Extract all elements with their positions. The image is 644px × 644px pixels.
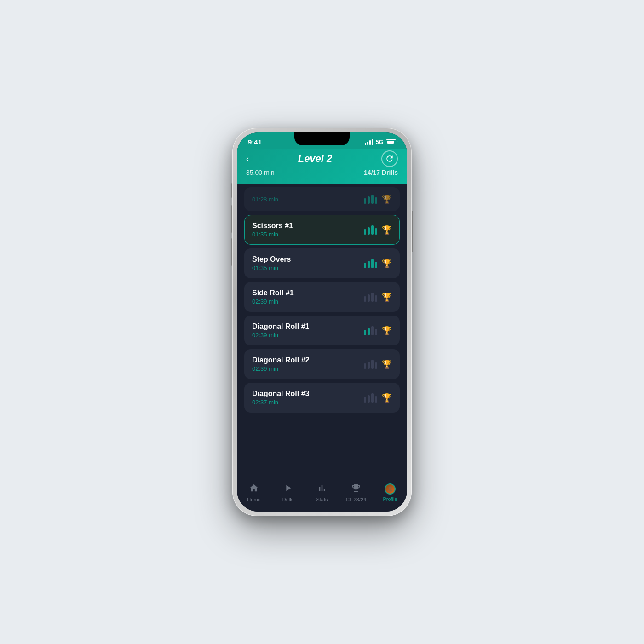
progress-indicator xyxy=(364,360,377,369)
trophy-icon: 🏆 xyxy=(382,393,392,403)
back-button[interactable]: ‹ xyxy=(246,154,249,164)
bottom-nav: Home Drills Stat xyxy=(237,478,407,512)
progress-indicator xyxy=(364,195,377,204)
drills-progress: 14/17 Drills xyxy=(364,169,398,176)
drill-duration: 01:35 min xyxy=(252,231,293,238)
trophy-icon: 🏆 xyxy=(382,326,392,336)
list-item[interactable]: Diagonal Roll #1 02:39 min 🏆 xyxy=(244,316,400,345)
drills-icon xyxy=(283,483,293,495)
trophy-icon: 🏆 xyxy=(382,194,392,204)
nav-label-cl: CL 23/24 xyxy=(346,497,366,502)
nav-label-profile: Profile xyxy=(383,496,397,502)
nav-item-drills[interactable]: Drills xyxy=(274,483,302,502)
drill-name: Diagonal Roll #1 xyxy=(252,322,309,331)
progress-indicator xyxy=(364,259,377,268)
progress-indicator xyxy=(364,393,377,402)
drill-duration: 02:39 min xyxy=(252,298,294,305)
drill-name: Step Overs xyxy=(252,255,291,264)
refresh-icon[interactable] xyxy=(381,150,398,167)
drill-name: Side Roll #1 xyxy=(252,289,294,297)
drill-duration: 01:35 min xyxy=(252,264,291,271)
phone-wrapper: 9:41 5G ‹ Le xyxy=(232,128,412,516)
nav-label-drills: Drills xyxy=(282,497,293,502)
nav-label-stats: Stats xyxy=(316,497,328,502)
nav-item-home[interactable]: Home xyxy=(240,483,268,502)
drills-list: 01:28 min 🏆 Sciss xyxy=(237,184,407,478)
list-item[interactable]: Step Overs 01:35 min 🏆 xyxy=(244,248,400,278)
list-item[interactable]: Diagonal Roll #2 02:39 min 🏆 xyxy=(244,349,400,379)
drill-duration: 02:39 min xyxy=(252,332,309,339)
trophy-icon: 🏆 xyxy=(382,225,392,235)
battery-icon xyxy=(386,139,396,144)
stats-icon xyxy=(317,483,327,495)
nav-item-stats[interactable]: Stats xyxy=(308,483,336,502)
trophy-icon: 🏆 xyxy=(382,259,392,269)
total-time: 35.00 min xyxy=(246,169,274,176)
trophy-icon: 🏆 xyxy=(382,292,392,302)
status-icons: 5G xyxy=(365,139,396,145)
signal-icon xyxy=(365,139,373,145)
status-time: 9:41 xyxy=(248,138,262,146)
header: ‹ Level 2 35.00 min 14/17 Drills xyxy=(237,149,407,184)
trophy-icon: 🏆 xyxy=(382,359,392,369)
progress-indicator xyxy=(364,326,377,335)
cl-icon xyxy=(351,483,361,495)
list-item[interactable]: Diagonal Roll #3 02:37 min 🏆 xyxy=(244,383,400,413)
notch xyxy=(294,132,350,145)
drill-name: Diagonal Roll #3 xyxy=(252,390,309,398)
list-item[interactable]: 01:28 min 🏆 xyxy=(244,187,400,211)
level-title: Level 2 xyxy=(298,153,333,165)
drill-name: Scissors #1 xyxy=(252,222,293,230)
profile-avatar xyxy=(385,483,396,494)
nav-label-home: Home xyxy=(247,497,260,502)
drill-name: Diagonal Roll #2 xyxy=(252,356,309,364)
home-icon xyxy=(249,483,259,495)
phone-frame: 9:41 5G ‹ Le xyxy=(232,128,412,516)
phone-screen: 9:41 5G ‹ Le xyxy=(237,132,407,512)
list-item[interactable]: Side Roll #1 02:39 min 🏆 xyxy=(244,282,400,312)
drill-duration: 02:37 min xyxy=(252,399,309,406)
nav-item-cl[interactable]: CL 23/24 xyxy=(342,483,370,502)
network-label: 5G xyxy=(376,139,383,145)
progress-indicator xyxy=(364,225,377,235)
list-item[interactable]: Scissors #1 01:35 min 🏆 xyxy=(244,215,400,245)
drill-duration: 02:39 min xyxy=(252,365,309,372)
progress-indicator xyxy=(364,293,377,302)
drill-duration: 01:28 min xyxy=(252,196,278,203)
nav-item-profile[interactable]: Profile xyxy=(376,483,404,502)
